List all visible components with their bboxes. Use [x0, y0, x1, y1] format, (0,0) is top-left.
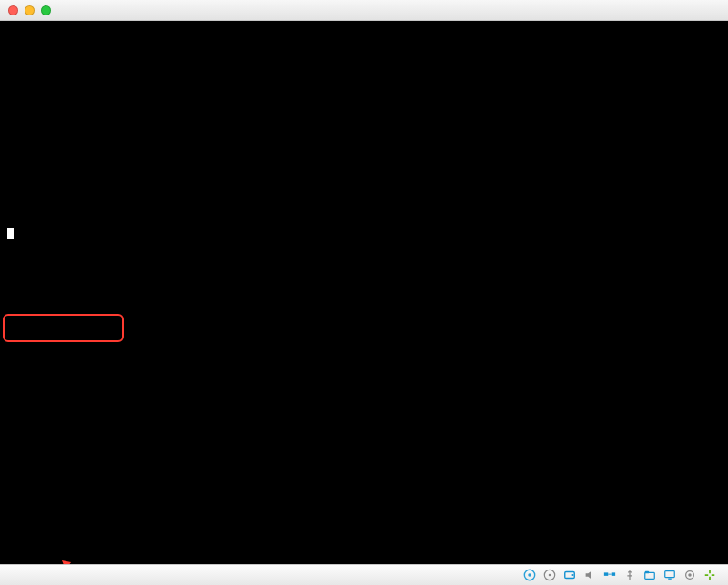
display-icon[interactable] [662, 568, 677, 582]
hdd-icon[interactable] [562, 568, 577, 582]
window-controls [8, 5, 51, 15]
network-icon[interactable] [602, 568, 617, 582]
minimize-icon[interactable] [25, 5, 35, 15]
svg-point-3 [549, 574, 551, 576]
svg-rect-6 [604, 572, 608, 576]
blank-line [7, 76, 721, 88]
blank-line [7, 165, 721, 177]
terminal[interactable] [0, 21, 728, 564]
prompt-line[interactable] [7, 228, 721, 241]
svg-rect-11 [665, 571, 675, 578]
svg-rect-9 [645, 572, 655, 579]
titlebar [0, 0, 728, 21]
disk-icon[interactable] [522, 568, 537, 582]
svg-point-5 [571, 574, 573, 576]
optical-icon[interactable] [542, 568, 557, 582]
svg-rect-7 [612, 572, 615, 576]
svg-point-14 [688, 573, 692, 577]
close-icon[interactable] [8, 5, 18, 15]
shared-folder-icon[interactable] [642, 568, 657, 582]
recording-icon[interactable] [682, 568, 697, 582]
svg-point-1 [528, 573, 531, 577]
svg-rect-10 [645, 571, 649, 574]
statusbar [0, 564, 728, 585]
usb-icon[interactable] [622, 568, 637, 582]
cursor-icon [7, 228, 14, 239]
host-key-icon[interactable] [703, 568, 717, 582]
zoom-icon[interactable] [41, 5, 51, 15]
annotation-arrow-icon [60, 533, 100, 564]
highlight-dependency-updated [3, 314, 124, 342]
vm-window [0, 0, 728, 585]
svg-rect-8 [608, 574, 612, 575]
svg-rect-12 [668, 579, 672, 580]
audio-icon[interactable] [582, 568, 597, 582]
